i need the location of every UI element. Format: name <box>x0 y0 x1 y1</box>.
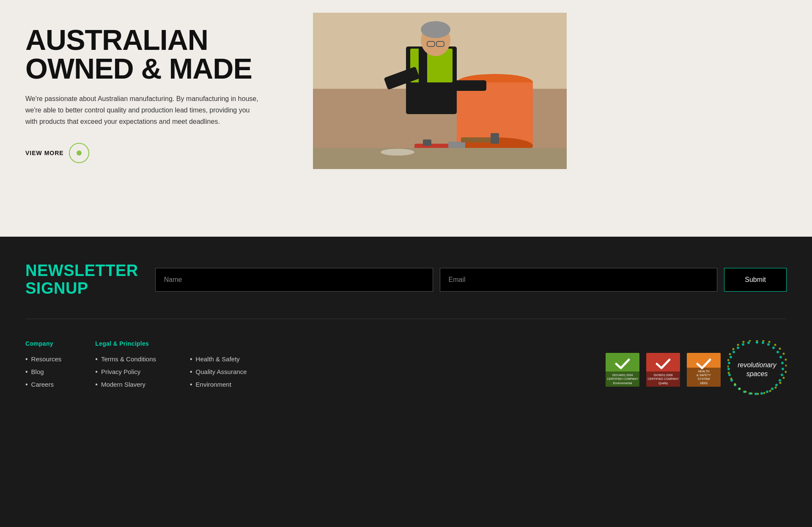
svg-rect-20 <box>313 148 567 169</box>
cert-health-safety: HEALTH& SAFETYSYSTEM18001 <box>687 353 721 387</box>
svg-point-10 <box>421 21 450 38</box>
svg-point-61 <box>775 386 777 388</box>
email-input[interactable] <box>440 268 718 292</box>
svg-point-27 <box>779 356 782 358</box>
svg-point-45 <box>730 356 732 358</box>
cert-label-red: ISO9001:2008CERTIFIED COMPANYQuality <box>646 371 680 386</box>
svg-point-30 <box>781 374 783 376</box>
svg-point-31 <box>779 379 781 382</box>
svg-point-35 <box>760 392 763 395</box>
svg-point-46 <box>732 351 735 353</box>
list-item: Health & Safety <box>190 355 247 363</box>
newsletter-section: NEWSLETTER SIGNUP Submit <box>0 237 812 319</box>
svg-point-62 <box>769 390 771 392</box>
svg-point-63 <box>763 392 765 394</box>
svg-point-58 <box>785 371 787 373</box>
svg-point-64 <box>757 393 759 395</box>
section-gap <box>0 203 812 237</box>
svg-point-36 <box>754 393 757 395</box>
svg-point-74 <box>732 348 735 350</box>
cert-iso14001: ISO14001:2004CERTIFIED COMPANYEnvironmen… <box>606 353 639 387</box>
legal-links: Terms & Conditions Privacy Policy Modern… <box>95 355 156 388</box>
svg-point-72 <box>727 359 730 361</box>
health-links: Health & Safety Quality Assurance Enviro… <box>190 355 247 388</box>
svg-point-53 <box>774 344 776 346</box>
svg-point-52 <box>768 341 771 343</box>
svg-point-25 <box>772 347 775 349</box>
list-item: Privacy Policy <box>95 368 156 376</box>
svg-rect-17 <box>423 139 431 146</box>
hero-title: AUSTRALIAN OWNED & MADE <box>25 25 288 83</box>
hero-description: We're passionate about Australian manufa… <box>25 93 262 128</box>
svg-point-22 <box>756 341 758 344</box>
svg-point-71 <box>727 365 729 367</box>
company-title: Company <box>25 340 61 347</box>
svg-rect-19 <box>491 133 499 144</box>
list-item: Terms & Conditions <box>95 355 156 363</box>
hero-content: AUSTRALIAN OWNED & MADE We're passionate… <box>25 17 288 163</box>
svg-point-77 <box>749 340 751 342</box>
submit-button[interactable]: Submit <box>724 268 787 292</box>
hero-section: AUSTRALIAN OWNED & MADE We're passionate… <box>0 0 812 203</box>
svg-rect-18 <box>461 137 495 142</box>
svg-point-56 <box>785 358 787 360</box>
newsletter-form: Submit <box>155 268 787 292</box>
hero-image <box>313 13 567 169</box>
view-more-button[interactable]: VIEW MORE <box>25 143 89 163</box>
svg-point-49 <box>747 341 750 344</box>
svg-point-54 <box>779 347 781 350</box>
svg-point-34 <box>766 390 768 393</box>
list-item: Careers <box>25 381 61 388</box>
svg-point-28 <box>781 362 784 364</box>
svg-point-26 <box>776 351 779 353</box>
svg-point-43 <box>727 368 730 370</box>
cert-label-green: ISO14001:2004CERTIFIED COMPANYEnvironmen… <box>606 371 639 386</box>
footer: NEWSLETTER SIGNUP Submit Company Resourc… <box>0 237 812 425</box>
svg-point-59 <box>783 377 785 379</box>
svg-rect-16 <box>448 142 465 148</box>
svg-rect-14 <box>453 80 486 91</box>
svg-point-76 <box>743 341 745 343</box>
svg-point-75 <box>737 344 739 346</box>
svg-point-44 <box>728 362 730 364</box>
cert-iso9001: ISO9001:2008CERTIFIED COMPANYQuality <box>646 353 680 387</box>
svg-point-67 <box>739 388 741 390</box>
svg-point-65 <box>751 392 753 394</box>
footer-bottom: Company Resources Blog Careers Legal & P… <box>0 319 812 425</box>
svg-point-51 <box>763 340 765 342</box>
company-links: Resources Blog Careers <box>25 355 61 388</box>
newsletter-title: NEWSLETTER SIGNUP <box>25 262 138 298</box>
svg-point-69 <box>730 377 732 380</box>
svg-point-70 <box>728 371 730 374</box>
svg-point-33 <box>771 388 774 390</box>
list-item: Quality Assurance <box>190 368 247 376</box>
name-input[interactable] <box>155 268 433 292</box>
svg-point-32 <box>775 384 778 386</box>
legal-title: Legal & Principles <box>95 340 156 347</box>
footer-company-col: Company Resources Blog Careers <box>25 340 61 388</box>
svg-point-66 <box>745 390 747 393</box>
svg-point-55 <box>783 352 785 355</box>
svg-point-29 <box>782 368 784 370</box>
svg-point-24 <box>767 343 770 346</box>
svg-rect-8 <box>419 49 427 82</box>
brand-name: revolutionary spaces <box>738 361 776 379</box>
svg-point-50 <box>756 340 758 341</box>
svg-point-48 <box>742 343 744 346</box>
list-item: Environment <box>190 381 247 388</box>
svg-point-42 <box>728 374 731 376</box>
list-item: Resources <box>25 355 61 363</box>
footer-legal-col: Legal & Principles Terms & Conditions Pr… <box>95 340 156 388</box>
svg-point-57 <box>785 364 787 366</box>
svg-point-73 <box>729 353 731 355</box>
view-more-icon <box>69 143 89 163</box>
svg-point-23 <box>762 341 764 344</box>
list-item: Blog <box>25 368 61 376</box>
footer-health-col: - Health & Safety Quality Assurance Envi… <box>190 340 247 388</box>
svg-point-60 <box>779 382 782 384</box>
footer-certs: ISO14001:2004CERTIFIED COMPANYEnvironmen… <box>606 340 787 399</box>
brand-logo: revolutionary spaces <box>727 340 787 399</box>
svg-point-68 <box>734 383 736 385</box>
svg-point-47 <box>737 347 739 349</box>
svg-point-21 <box>381 149 414 156</box>
